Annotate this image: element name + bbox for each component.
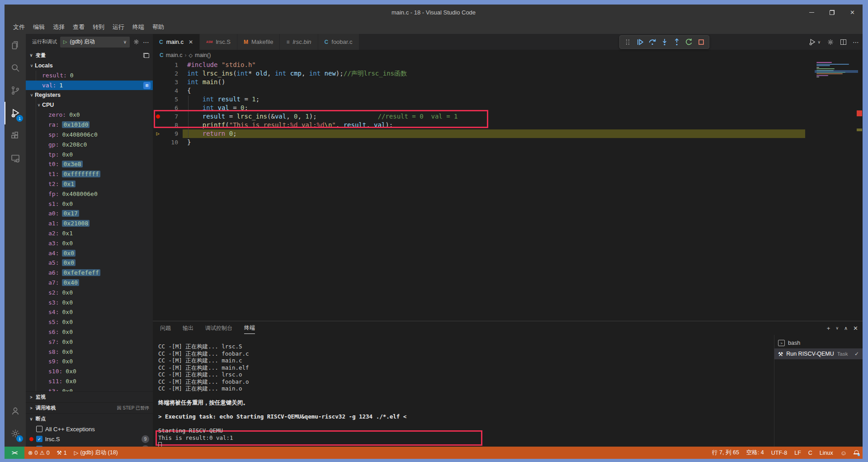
breakpoints-section-header[interactable]: ∨ 断点 (26, 413, 153, 424)
variable-s6[interactable]: s6:0x0 (26, 327, 153, 337)
panel-tab-调试控制台[interactable]: 调试控制台 (205, 323, 232, 334)
menu-item-运行[interactable]: 运行 (108, 23, 128, 31)
variable-a7[interactable]: a7:0x40 (26, 278, 153, 288)
variable-s4[interactable]: s4:0x0 (26, 307, 153, 317)
settings-button[interactable]: 1 (5, 422, 26, 445)
menu-item-文件[interactable]: 文件 (9, 23, 29, 31)
minimap[interactable] (816, 62, 856, 103)
debug-session-status[interactable]: ▷ (gdb) 启动 (18) (71, 447, 122, 459)
variable-s2[interactable]: s2:0x0 (26, 287, 153, 297)
gutter[interactable]: 3 (153, 78, 183, 86)
panel-tab-问题[interactable]: 问题 (160, 323, 171, 334)
variable-t1[interactable]: t1:0xffffffff (26, 169, 153, 179)
restart-button[interactable] (683, 36, 695, 48)
binary-view-icon[interactable]: ⊞ (143, 82, 151, 89)
breakpoint-checkbox[interactable] (36, 426, 42, 432)
stop-button[interactable] (695, 36, 707, 48)
gutter[interactable]: 4 (153, 86, 183, 95)
variable-result[interactable]: result:0 (26, 71, 153, 81)
variable-t0[interactable]: t0:0x3e8 (26, 159, 153, 169)
breakpoint-margin[interactable] (153, 95, 163, 104)
breakpoint-margin[interactable] (153, 138, 163, 147)
step-out-button[interactable] (670, 36, 683, 48)
breakpoint-margin[interactable] (153, 78, 163, 86)
code-line-5[interactable]: 5 int result = 1; (153, 95, 863, 104)
status-item[interactable]: LF (791, 447, 805, 459)
sidebar-item-run-and-debug[interactable]: 1 (5, 102, 26, 124)
variable-s3[interactable]: s3:0x0 (26, 297, 153, 307)
variable-s9[interactable]: s9:0x0 (26, 357, 153, 367)
sidebar-item-remote-explorer[interactable] (5, 147, 26, 170)
code-line-2[interactable]: 2int lrsc_ins(int* old, int cmp, int new… (153, 69, 863, 78)
terminal-dropdown-icon[interactable]: ∨ (835, 326, 839, 330)
breakpoint-item-All C++ Exceptions[interactable]: All C++ Exceptions (26, 424, 153, 434)
status-item[interactable]: 空格: 4 (743, 447, 768, 459)
variable-a6[interactable]: a6:0xfefefeff (26, 268, 153, 278)
remote-indicator[interactable]: >< (5, 447, 24, 459)
call-stack-section-header[interactable]: > 调用堆栈 因 STEP 已暂停 (26, 402, 153, 413)
gutter[interactable]: 10 (153, 138, 183, 147)
gutter[interactable]: 2 (153, 69, 183, 78)
tab-lrsc.bin[interactable]: ≡lrsc.bin (280, 34, 318, 50)
variable-sp[interactable]: sp:0x408006c0 (26, 130, 153, 140)
breakpoint-margin[interactable] (153, 69, 163, 78)
variable-a0[interactable]: a0:0x17 (26, 209, 153, 219)
variable-a3[interactable]: a3:0x0 (26, 238, 153, 248)
close-panel-icon[interactable]: ✕ (853, 325, 858, 332)
problems-status[interactable]: ⊗ 0 ⚠ 0 (24, 447, 53, 459)
variable-s11[interactable]: s11:0x0 (26, 376, 153, 386)
sidebar-item-search[interactable] (5, 57, 26, 79)
variables-group-CPU[interactable]: ∨CPU (26, 100, 153, 110)
menu-item-编辑[interactable]: 编辑 (29, 23, 49, 31)
variable-zero[interactable]: zero:0x0 (26, 110, 153, 120)
feedback-button[interactable]: ☺ (837, 447, 850, 459)
panel-tab-输出[interactable]: 输出 (183, 323, 193, 334)
tab-Makefile[interactable]: MMakefile (237, 34, 280, 50)
notifications-button[interactable] (850, 447, 863, 459)
more-actions-icon[interactable]: ⋯ (853, 38, 859, 46)
terminal-list-item-bash[interactable]: >bash (774, 338, 863, 348)
menu-item-帮助[interactable]: 帮助 (148, 23, 168, 31)
breadcrumb-file[interactable]: main.c (166, 52, 183, 58)
variable-a5[interactable]: a5:0x0 (26, 258, 153, 268)
menu-item-终端[interactable]: 终端 (128, 23, 148, 31)
variable-gp[interactable]: gp:0x208c0 (26, 139, 153, 149)
menu-item-选择[interactable]: 选择 (49, 23, 69, 31)
variable-s1[interactable]: s1:0x0 (26, 199, 153, 209)
menu-item-查看[interactable]: 查看 (69, 23, 89, 31)
code-line-4[interactable]: 4{ (153, 86, 863, 95)
breakpoint-checkbox[interactable]: ✓ (36, 436, 42, 442)
step-into-button[interactable] (658, 36, 670, 48)
code-editor[interactable]: 1#include "stdio.h"2int lrsc_ins(int* ol… (153, 61, 863, 321)
current-line-arrow-icon[interactable]: ▷ (153, 129, 163, 138)
minimize-button[interactable] (802, 5, 822, 20)
status-item[interactable]: UTF-8 (768, 447, 791, 459)
more-actions-icon[interactable]: ⋯ (143, 38, 149, 46)
close-button[interactable]: ✕ (842, 5, 863, 20)
tab-lrsc.S[interactable]: ASMlrsc.S (200, 34, 237, 50)
variable-a2[interactable]: a2:0x1 (26, 229, 153, 238)
split-editor-icon[interactable] (840, 39, 846, 45)
variable-a4[interactable]: a4:0x0 (26, 248, 153, 258)
watch-section-header[interactable]: > 监视 (26, 391, 153, 402)
menu-item-转到[interactable]: 转到 (89, 23, 108, 31)
code-line-1[interactable]: 1#include "stdio.h" (153, 61, 863, 69)
code-line-9[interactable]: ▷9 return 0; (153, 129, 863, 138)
breakpoint-margin[interactable] (153, 61, 163, 69)
variable-s5[interactable]: s5:0x0 (26, 317, 153, 327)
terminal-list-item-Run RISCV-QEMU[interactable]: ⚒Run RISCV-QEMUTask✓ (774, 348, 863, 359)
tab-main.c[interactable]: Cmain.c✕ (153, 34, 200, 50)
maximize-button[interactable] (822, 5, 842, 20)
status-item[interactable]: Linux (816, 447, 837, 459)
run-or-debug-button[interactable]: ∨ (808, 38, 821, 46)
variable-ra[interactable]: ra:0x101d0 (26, 120, 153, 130)
panel-tab-终端[interactable]: 终端 (244, 322, 255, 334)
open-panes-icon[interactable] (143, 53, 149, 58)
gear-icon[interactable] (827, 38, 834, 46)
close-tab-icon[interactable]: ✕ (189, 39, 193, 45)
gutter[interactable]: 5 (153, 95, 183, 104)
breakpoint-margin[interactable] (153, 86, 163, 95)
variable-a1[interactable]: a1:0x21008 (26, 219, 153, 229)
tab-foobar.c[interactable]: Cfoobar.c (318, 34, 359, 50)
breadcrumb-symbol[interactable]: main() (195, 52, 211, 58)
